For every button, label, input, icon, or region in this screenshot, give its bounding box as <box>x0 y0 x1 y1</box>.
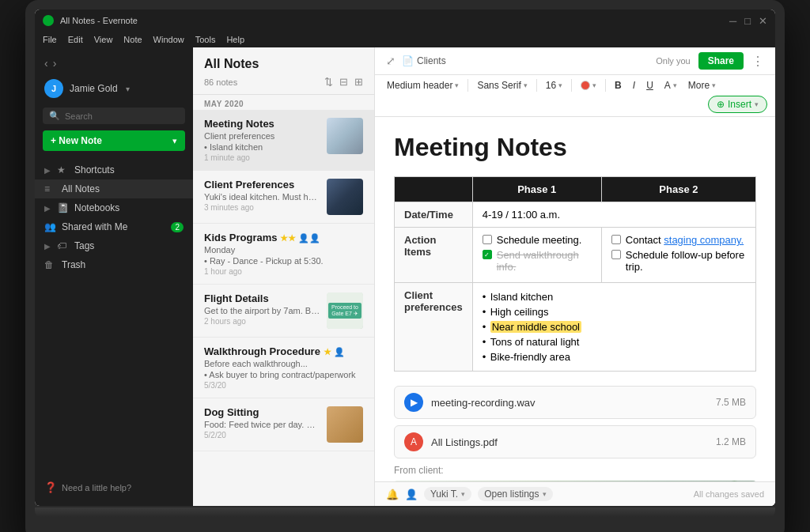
size-picker[interactable]: 16 ▾ <box>542 78 566 92</box>
sidebar-label-notebooks: Notebooks <box>74 202 119 213</box>
insert-button[interactable]: ⊕ Insert ▾ <box>708 96 767 113</box>
attachment-audio[interactable]: ▶ meeting-recording.wav 7.5 MB <box>394 386 756 419</box>
window-controls[interactable]: ─ □ ✕ <box>729 15 767 27</box>
note-subpreview-meeting: • Island kitchen <box>204 142 320 152</box>
note-item-flight[interactable]: Flight Details Get to the airport by 7am… <box>193 285 374 338</box>
section-date: MAY 2020 <box>193 95 374 110</box>
action-item-2: Send walkthrough info. <box>483 249 592 273</box>
style-picker[interactable]: Medium header ▾ <box>383 78 463 92</box>
action-items-phase1: Schedule meeting. Send walkthrough info. <box>472 228 601 283</box>
sidebar-item-shortcuts[interactable]: ▶ ★ Shortcuts <box>35 160 193 179</box>
note-time-kids: 1 hour ago <box>204 267 363 276</box>
maximize-btn[interactable]: □ <box>744 15 751 27</box>
note-item-kids[interactable]: Kids Programs ★★ 👤👤 Monday • Ray - Dance… <box>193 224 374 285</box>
pdf-size: 1.2 MB <box>716 436 746 447</box>
note-item-content: Walkthrough Procedure ★ 👤 Before each wa… <box>204 345 363 390</box>
attachment-pdf[interactable]: A All Listings.pdf 1.2 MB <box>394 425 756 458</box>
note-item-client-prefs[interactable]: Client Preferences Yuki's ideal kitchen.… <box>193 171 374 224</box>
menu-help[interactable]: Help <box>226 35 244 44</box>
menu-window[interactable]: Window <box>153 35 184 44</box>
sidebar: ‹ › J Jamie Gold ▾ 🔍 + New Note ▾ ▶ <box>35 47 193 506</box>
underline-button[interactable]: U <box>642 78 657 92</box>
new-note-button[interactable]: + New Note ▾ <box>43 130 185 151</box>
font-picker[interactable]: Sans Serif ▾ <box>473 78 531 92</box>
color-picker[interactable]: ▾ <box>577 79 600 92</box>
menu-note[interactable]: Note <box>123 35 142 44</box>
note-subpreview-walkthrough: • Ask buyer to bring contract/paperwork <box>204 370 363 379</box>
note-title-heading: Meeting Notes <box>394 133 756 162</box>
staging-company-link[interactable]: staging company. <box>664 234 744 246</box>
note-item-content: Client Preferences Yuki's ideal kitchen.… <box>204 179 320 215</box>
notebook-badge[interactable]: 📄 Clients <box>402 55 446 66</box>
checkbox-2[interactable] <box>483 250 492 259</box>
style-label: Medium header <box>387 80 452 91</box>
kids-stars: ★★ 👤👤 <box>280 233 320 243</box>
sidebar-item-tags[interactable]: ▶ 🏷 Tags <box>35 236 193 255</box>
table-header-phase2: Phase 2 <box>601 177 755 202</box>
shared-icon: 👥 <box>44 221 55 232</box>
note-title-client: Client Preferences <box>204 179 320 191</box>
table-row-datetime: Date/Time 4-19 / 11:00 a.m. <box>395 202 756 228</box>
toolbar-sep-1 <box>467 79 468 92</box>
share-footer-icon[interactable]: 👤 <box>405 489 418 500</box>
checkbox-1[interactable] <box>483 235 492 244</box>
sidebar-item-shared[interactable]: 👥 Shared with Me 2 <box>35 217 193 236</box>
back-icon[interactable]: ‹ <box>44 57 48 70</box>
svg-point-15 <box>720 481 749 481</box>
help-icon: ❓ <box>44 481 57 493</box>
editor-content[interactable]: Meeting Notes Phase 1 Phase 2 <box>375 117 775 481</box>
share-button[interactable]: Share <box>698 52 744 70</box>
menu-edit[interactable]: Edit <box>68 35 83 44</box>
note-preview-kids: Monday <box>204 245 363 255</box>
note-item-meeting-notes[interactable]: Meeting Notes Client preferences • Islan… <box>193 110 374 171</box>
checkbox-3[interactable] <box>611 235 621 244</box>
sharing-label: Only you <box>656 56 690 66</box>
font-label: Sans Serif <box>477 80 520 91</box>
footer-user[interactable]: Yuki T. ▾ <box>424 487 471 501</box>
minimize-btn[interactable]: ─ <box>729 15 736 27</box>
close-btn[interactable]: ✕ <box>759 15 767 27</box>
datetime-value: 4-19 / 11:00 a.m. <box>472 202 755 228</box>
text-style-button[interactable]: A ▾ <box>660 78 681 92</box>
room-image <box>394 481 756 481</box>
menu-view[interactable]: View <box>94 35 113 44</box>
color-dot <box>581 81 590 90</box>
meeting-table: Phase 1 Phase 2 Date/Time 4-19 / 11:00 a… <box>394 176 756 372</box>
layout-icon[interactable]: ⊞ <box>354 76 363 88</box>
more-button[interactable]: More ▾ <box>684 78 720 92</box>
expand-icon[interactable]: ⤢ <box>386 55 396 67</box>
note-item-content: Kids Programs ★★ 👤👤 Monday • Ray - Dance… <box>204 232 363 276</box>
note-time-meeting: 1 minute ago <box>204 153 320 162</box>
user-profile[interactable]: J Jamie Gold ▾ <box>35 76 193 104</box>
search-input[interactable] <box>65 111 179 121</box>
sidebar-item-trash[interactable]: 🗑 Trash <box>35 255 193 274</box>
note-item-dog[interactable]: Dog Sitting Food: Feed twice per day. Sp… <box>193 398 374 451</box>
notes-list-actions[interactable]: ⇅ ⊟ ⊞ <box>324 76 363 88</box>
note-item-content: Meeting Notes Client preferences • Islan… <box>204 118 320 162</box>
sidebar-item-notebooks[interactable]: ▶ 📓 Notebooks <box>35 198 193 217</box>
help-section[interactable]: ❓ Need a little help? <box>35 475 193 500</box>
new-note-label: + New Note <box>51 135 102 146</box>
bold-button[interactable]: B <box>611 78 626 92</box>
search-box[interactable]: 🔍 <box>43 108 185 124</box>
menu-tools[interactable]: Tools <box>195 35 216 44</box>
shortcuts-toggle-icon: ▶ <box>44 166 51 175</box>
sidebar-item-all-notes[interactable]: ≡ All Notes <box>35 179 193 198</box>
bell-icon[interactable]: 🔔 <box>386 489 399 500</box>
client-prefs-bullets: Island kitchen High ceilings Near middle… <box>472 283 755 372</box>
table-header-phase1: Phase 1 <box>472 177 601 202</box>
menu-file[interactable]: File <box>43 35 57 44</box>
action-item-4: Schedule follow-up before trip. <box>611 249 746 273</box>
sidebar-nav[interactable]: ‹ › <box>35 54 193 73</box>
forward-icon[interactable]: › <box>53 57 57 70</box>
insert-plus-icon: ⊕ <box>717 99 725 110</box>
audio-icon: ▶ <box>404 393 423 412</box>
more-options-icon[interactable]: ⋮ <box>751 54 764 69</box>
checkbox-4[interactable] <box>611 250 621 259</box>
filter-icon[interactable]: ⊟ <box>339 76 348 88</box>
italic-button[interactable]: I <box>629 78 639 92</box>
note-item-walkthrough[interactable]: Walkthrough Procedure ★ 👤 Before each wa… <box>193 338 374 398</box>
open-listings-button[interactable]: Open listings ▾ <box>478 487 552 501</box>
editor-topbar-right: Only you Share ⋮ <box>656 52 764 70</box>
sort-icon[interactable]: ⇅ <box>324 76 333 88</box>
